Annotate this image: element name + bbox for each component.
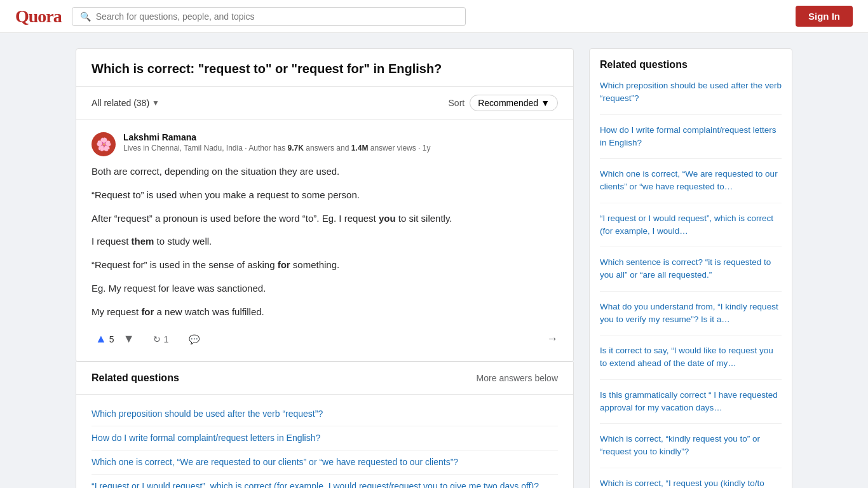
answer-para-1: Both are correct, depending on the situa… bbox=[92, 164, 558, 180]
related-item: “I request or I would request”, which is… bbox=[92, 475, 558, 488]
action-bar: ▲ 5 ▼ ↻ 1 💬 → bbox=[92, 330, 558, 348]
all-related-label: All related (38) bbox=[92, 98, 149, 108]
sidebar-item: Which preposition should be used after t… bbox=[600, 79, 782, 115]
answers-count: 9.7K bbox=[288, 144, 304, 152]
upvote-count: 5 bbox=[109, 334, 114, 344]
search-icon: 🔍 bbox=[80, 11, 91, 22]
downvote-button[interactable]: ▼ bbox=[119, 330, 139, 348]
answers-label: answers and bbox=[306, 144, 349, 152]
downvote-icon: ▼ bbox=[123, 332, 135, 346]
vote-group: ▲ 5 ▼ bbox=[92, 330, 138, 348]
search-bar: 🔍 bbox=[72, 7, 466, 26]
author-row: 🌸 Lakshmi Ramana Lives in Chennai, Tamil… bbox=[92, 132, 558, 156]
page-container: Which is correct: "request to" or "reque… bbox=[65, 33, 803, 488]
related-question-link[interactable]: Which one is correct, “We are requested … bbox=[92, 457, 458, 467]
sidebar-item: Which is correct, “I request you (kindly… bbox=[600, 477, 782, 489]
main-content: Which is correct: "request to" or "reque… bbox=[76, 48, 574, 488]
sidebar-item: What do you understand from, “I kindly r… bbox=[600, 301, 782, 336]
answer-para-3: After “request” a pronoun is used before… bbox=[92, 211, 558, 227]
answer-para-6: Eg. My request for leave was sanctioned. bbox=[92, 281, 558, 297]
answer-block: 🌸 Lakshmi Ramana Lives in Chennai, Tamil… bbox=[76, 119, 573, 362]
author-meta-text: Lives in Chennai, Tamil Nadu, India · Au… bbox=[123, 144, 285, 152]
answer-para-5: “Request for” is used in the sense of as… bbox=[92, 257, 558, 273]
upvote-button[interactable]: ▲ 5 bbox=[92, 330, 118, 348]
author-meta: Lives in Chennai, Tamil Nadu, India · Au… bbox=[123, 144, 558, 152]
sidebar-item: Which one is correct, “We are requested … bbox=[600, 168, 782, 203]
related-section: Related questions More answers below Whi… bbox=[76, 362, 574, 488]
recommended-label: Recommended bbox=[478, 98, 538, 108]
related-list: Which preposition should be used after t… bbox=[76, 395, 573, 488]
chevron-down-icon: ▼ bbox=[152, 98, 159, 107]
all-related-filter[interactable]: All related (38) ▼ bbox=[92, 98, 159, 108]
sidebar-title: Related questions bbox=[600, 59, 782, 71]
answer-para-7: My request for a new watch was fulfilled… bbox=[92, 304, 558, 320]
sidebar-item: Is this grammatically correct “ I have r… bbox=[600, 389, 782, 424]
sidebar-question-link[interactable]: Which one is correct, “We are requested … bbox=[600, 169, 778, 191]
repost-icon: ↻ bbox=[153, 334, 161, 344]
sidebar-question-link[interactable]: “I request or I would request”, which is… bbox=[600, 214, 773, 236]
sidebar-question-link[interactable]: Which is correct, “I request you (kindly… bbox=[600, 478, 764, 489]
sidebar-card: Related questions Which preposition shou… bbox=[589, 48, 792, 488]
avatar: 🌸 bbox=[92, 132, 116, 156]
header-right: Sign In bbox=[796, 6, 853, 27]
related-item: Which one is correct, “We are requested … bbox=[92, 451, 558, 475]
sidebar-question-link[interactable]: How do I write formal complaint/request … bbox=[600, 125, 776, 147]
sort-area: Sort Recommended ▼ bbox=[449, 95, 558, 111]
views-count: 1.4M bbox=[351, 144, 369, 152]
recommended-button[interactable]: Recommended ▼ bbox=[470, 95, 558, 111]
sidebar-item: “I request or I would request”, which is… bbox=[600, 212, 782, 248]
more-answers-link[interactable]: More answers below bbox=[477, 373, 558, 383]
question-card: Which is correct: "request to" or "reque… bbox=[76, 48, 574, 362]
sidebar-item: Is it correct to say, “I would like to r… bbox=[600, 344, 782, 380]
sidebar-item: Which is correct, “kindly request you to… bbox=[600, 433, 782, 468]
comment-button[interactable]: 💬 bbox=[184, 332, 205, 347]
related-item: How do I write formal complaint/request … bbox=[92, 426, 558, 451]
upvote-icon: ▲ bbox=[95, 332, 107, 346]
quora-logo[interactable]: Quora bbox=[15, 6, 62, 27]
views-label: answer views · 1y bbox=[370, 144, 431, 152]
related-question-link[interactable]: Which preposition should be used after t… bbox=[92, 409, 323, 419]
sidebar-item: How do I write formal complaint/request … bbox=[600, 124, 782, 159]
related-item: Which preposition should be used after t… bbox=[92, 402, 558, 426]
sidebar-question-link[interactable]: Which is correct, “kindly request you to… bbox=[600, 434, 760, 456]
header: Quora 🔍 Sign In bbox=[0, 0, 868, 33]
avatar-icon: 🌸 bbox=[96, 137, 112, 152]
filter-bar: All related (38) ▼ Sort Recommended ▼ bbox=[76, 87, 573, 119]
sidebar-question-link[interactable]: Is it correct to say, “I would like to r… bbox=[600, 346, 773, 368]
share-button[interactable]: → bbox=[546, 332, 558, 346]
author-info: Lakshmi Ramana Lives in Chennai, Tamil N… bbox=[123, 132, 558, 152]
answer-para-2: “Request to” is used when you make a req… bbox=[92, 187, 558, 203]
sort-label: Sort bbox=[449, 98, 465, 108]
author-name[interactable]: Lakshmi Ramana bbox=[123, 132, 558, 142]
repost-button[interactable]: ↻ 1 bbox=[148, 332, 173, 347]
answer-body: Both are correct, depending on the situa… bbox=[92, 164, 558, 320]
sidebar-items-container: Which preposition should be used after t… bbox=[600, 79, 782, 488]
comment-icon: 💬 bbox=[189, 334, 200, 344]
related-header: Related questions More answers below bbox=[76, 362, 573, 395]
sidebar-question-link[interactable]: What do you understand from, “I kindly r… bbox=[600, 302, 778, 324]
related-question-link[interactable]: How do I write formal complaint/request … bbox=[92, 433, 320, 443]
related-question-link[interactable]: “I request or I would request”, which is… bbox=[92, 481, 539, 488]
repost-count: 1 bbox=[163, 334, 168, 344]
search-input[interactable] bbox=[96, 11, 458, 22]
sidebar-question-link[interactable]: Which sentence is correct? “it is reques… bbox=[600, 257, 771, 280]
answer-para-4: I request them to study well. bbox=[92, 234, 558, 250]
sign-in-button[interactable]: Sign In bbox=[796, 6, 853, 27]
related-section-title: Related questions bbox=[92, 372, 179, 384]
sidebar-question-link[interactable]: Is this grammatically correct “ I have r… bbox=[600, 390, 778, 412]
chevron-down-icon: ▼ bbox=[541, 98, 550, 108]
share-icon: → bbox=[546, 332, 558, 345]
sidebar: Related questions Which preposition shou… bbox=[589, 48, 792, 488]
question-title: Which is correct: "request to" or "reque… bbox=[76, 49, 573, 87]
sidebar-question-link[interactable]: Which preposition should be used after t… bbox=[600, 81, 782, 103]
sidebar-item: Which sentence is correct? “it is reques… bbox=[600, 256, 782, 292]
